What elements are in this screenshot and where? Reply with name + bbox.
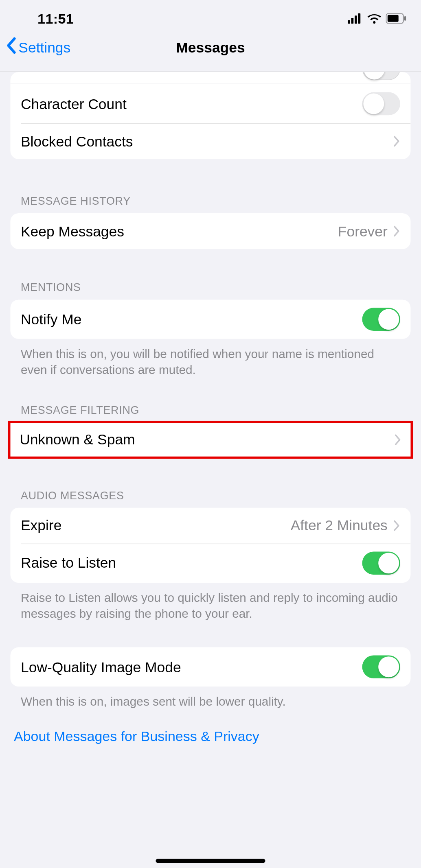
keep-messages-label: Keep Messages (21, 223, 124, 239)
svg-rect-3 (358, 13, 361, 23)
keep-messages-row[interactable]: Keep Messages Forever (10, 213, 410, 249)
notify-me-toggle[interactable] (362, 308, 400, 331)
group-history: Keep Messages Forever (10, 213, 410, 249)
low-quality-row[interactable]: Low-Quality Image Mode (10, 647, 410, 687)
low-quality-label: Low-Quality Image Mode (21, 659, 181, 676)
partial-row (10, 72, 410, 83)
mentions-header: MENTIONS (0, 281, 421, 300)
group-mentions: Notify Me (10, 300, 410, 339)
unknown-spam-label: Unknown & Spam (20, 431, 135, 448)
nav-bar: Settings Messages (0, 37, 421, 72)
about-business-privacy-link[interactable]: About Messages for Business & Privacy (0, 728, 421, 745)
battery-icon (386, 11, 407, 27)
character-count-row[interactable]: Character Count (10, 83, 410, 123)
chevron-right-icon (393, 520, 400, 531)
back-button[interactable]: Settings (6, 37, 70, 58)
status-icons (348, 11, 406, 27)
unknown-spam-row[interactable]: Unknown & Spam (9, 422, 412, 457)
mentions-footer: When this is on, you will be notified wh… (0, 339, 421, 378)
raise-to-listen-row[interactable]: Raise to Listen (10, 543, 410, 582)
svg-rect-2 (355, 15, 357, 24)
svg-rect-1 (351, 17, 354, 23)
character-count-label: Character Count (21, 95, 127, 112)
character-count-toggle[interactable] (362, 92, 400, 116)
wifi-icon (367, 11, 381, 27)
raise-toggle[interactable] (362, 551, 400, 575)
group-audio: Expire After 2 Minutes Raise to Listen (10, 507, 410, 582)
status-bar: 11:51 (0, 0, 421, 37)
group-low-quality: Low-Quality Image Mode (10, 647, 410, 687)
status-time: 11:51 (37, 11, 74, 27)
cellular-icon (348, 11, 363, 27)
svg-rect-5 (388, 15, 399, 22)
audio-footer: Raise to Listen allows you to quickly li… (0, 583, 421, 622)
filtering-header: MESSAGE FILTERING (0, 404, 421, 422)
expire-label: Expire (21, 517, 61, 534)
blocked-contacts-label: Blocked Contacts (21, 133, 133, 149)
low-quality-toggle[interactable] (362, 656, 400, 679)
message-history-header: MESSAGE HISTORY (0, 195, 421, 213)
low-quality-footer: When this is on, images sent will be low… (0, 687, 421, 710)
toggle-partial[interactable] (362, 72, 400, 80)
audio-header: AUDIO MESSAGES (0, 489, 421, 507)
svg-rect-0 (348, 20, 350, 23)
notify-me-row[interactable]: Notify Me (10, 300, 410, 339)
keep-messages-value: Forever (338, 223, 388, 239)
group-top: Character Count Blocked Contacts (10, 83, 410, 159)
svg-rect-6 (404, 16, 406, 20)
expire-row[interactable]: Expire After 2 Minutes (10, 507, 410, 543)
expire-value: After 2 Minutes (291, 517, 388, 534)
blocked-contacts-row[interactable]: Blocked Contacts (10, 123, 410, 159)
notify-me-label: Notify Me (21, 311, 82, 328)
group-filtering: Unknown & Spam (9, 422, 412, 457)
chevron-right-icon (393, 136, 400, 147)
chevron-right-icon (395, 434, 401, 445)
raise-label: Raise to Listen (21, 555, 116, 571)
back-label: Settings (18, 39, 70, 56)
home-indicator[interactable] (156, 859, 265, 863)
chevron-right-icon (393, 225, 400, 237)
chevron-left-icon (6, 37, 16, 58)
